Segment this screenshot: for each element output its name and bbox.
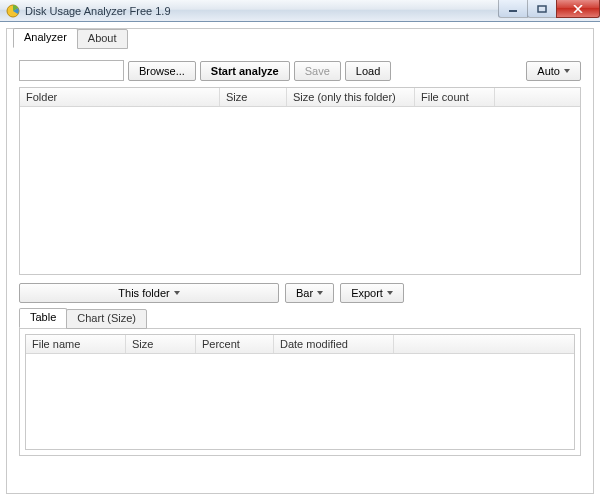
file-list[interactable]: File name Size Percent Date modified xyxy=(25,334,575,450)
browse-button[interactable]: Browse... xyxy=(128,61,196,81)
close-button[interactable] xyxy=(556,0,600,18)
tab-analyzer[interactable]: Analyzer xyxy=(13,28,78,48)
path-input[interactable] xyxy=(19,60,124,81)
file-list-body xyxy=(26,354,574,449)
auto-label: Auto xyxy=(537,65,560,77)
main-frame: Analyzer About Browse... Start analyze S… xyxy=(6,28,594,494)
save-button[interactable]: Save xyxy=(294,61,341,81)
col-file-size[interactable]: Size xyxy=(126,335,196,353)
start-analyze-button[interactable]: Start analyze xyxy=(200,61,290,81)
col-size[interactable]: Size xyxy=(220,88,287,106)
tab-about[interactable]: About xyxy=(77,29,128,49)
main-tab-strip: Analyzer About xyxy=(13,28,587,48)
col-percent[interactable]: Percent xyxy=(196,335,274,353)
minimize-button[interactable] xyxy=(498,0,528,18)
caret-icon xyxy=(564,69,570,73)
this-folder-dropdown[interactable]: This folder xyxy=(19,283,279,303)
col-size-only[interactable]: Size (only this folder) xyxy=(287,88,415,106)
caret-icon xyxy=(387,291,393,295)
export-label: Export xyxy=(351,287,383,299)
svg-rect-1 xyxy=(509,10,517,12)
bottom-tab-strip: Table Chart (Size) xyxy=(19,308,581,328)
col-folder[interactable]: Folder xyxy=(20,88,220,106)
col-file-count[interactable]: File count xyxy=(415,88,495,106)
analyzer-panel: Browse... Start analyze Save Load Auto F… xyxy=(13,48,587,462)
caret-icon xyxy=(317,291,323,295)
folder-list-body xyxy=(20,107,580,274)
auto-dropdown[interactable]: Auto xyxy=(526,61,581,81)
this-folder-label: This folder xyxy=(118,287,169,299)
app-icon xyxy=(6,4,20,18)
tab-table[interactable]: Table xyxy=(19,308,67,328)
bottom-panel: File name Size Percent Date modified xyxy=(19,328,581,456)
svg-rect-2 xyxy=(538,6,546,12)
bar-dropdown[interactable]: Bar xyxy=(285,283,334,303)
folder-list-header: Folder Size Size (only this folder) File… xyxy=(20,88,580,107)
maximize-button[interactable] xyxy=(527,0,557,18)
tab-chart-size[interactable]: Chart (Size) xyxy=(66,309,147,329)
col-file-name[interactable]: File name xyxy=(26,335,126,353)
mid-toolbar: This folder Bar Export xyxy=(19,283,581,303)
col-date-modified[interactable]: Date modified xyxy=(274,335,394,353)
file-list-header: File name Size Percent Date modified xyxy=(26,335,574,354)
load-button[interactable]: Load xyxy=(345,61,391,81)
top-toolbar: Browse... Start analyze Save Load Auto xyxy=(19,60,581,81)
titlebar[interactable]: Disk Usage Analyzer Free 1.9 xyxy=(0,0,600,22)
folder-list[interactable]: Folder Size Size (only this folder) File… xyxy=(19,87,581,275)
caret-icon xyxy=(174,291,180,295)
bar-label: Bar xyxy=(296,287,313,299)
window-controls xyxy=(499,0,600,18)
window-title: Disk Usage Analyzer Free 1.9 xyxy=(25,5,171,17)
export-dropdown[interactable]: Export xyxy=(340,283,404,303)
